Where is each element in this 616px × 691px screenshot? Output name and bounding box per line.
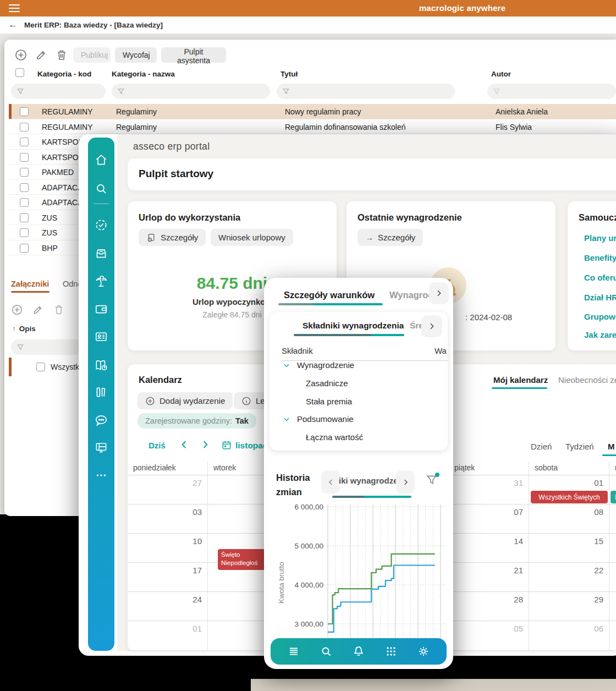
calendar-cell[interactable]: 06 [529, 621, 609, 651]
calendar-cell[interactable]: 21 [449, 563, 529, 592]
column-header-tytul[interactable]: Tytuł [280, 70, 298, 78]
calendar-cell[interactable]: 31 [449, 475, 529, 504]
search-icon[interactable] [320, 645, 333, 658]
calendar-cell[interactable]: 24 [128, 592, 208, 621]
delete-icon[interactable] [53, 304, 65, 316]
publish-button[interactable]: Publikuj [73, 47, 111, 63]
row-checkbox[interactable] [20, 107, 29, 116]
hamburger-menu-icon[interactable] [9, 4, 20, 12]
calendar-cell[interactable]: 01 [128, 621, 208, 651]
vacation-request-button[interactable]: Wniosek urlopowy [211, 229, 293, 246]
tab-salary[interactable]: Wynagrod [389, 290, 433, 300]
home-icon[interactable] [94, 153, 108, 167]
next-tab-button[interactable] [421, 315, 442, 337]
withdraw-button[interactable]: Wycofaj [115, 47, 157, 63]
row-checkbox[interactable] [20, 198, 29, 207]
calendar-cell[interactable]: 17 [128, 563, 208, 592]
calendar-cell[interactable] [609, 534, 616, 563]
tab-salary-components[interactable]: Składniki wynagrodzenia [302, 321, 404, 331]
library-icon[interactable] [94, 385, 108, 399]
assistant-dashboard-button[interactable]: Pulpit asystenta [161, 47, 226, 63]
prev-month-icon[interactable] [178, 438, 190, 451]
view-month[interactable]: M [608, 442, 615, 451]
chevron-down-icon[interactable] [283, 415, 290, 423]
filter-input-nazwa[interactable] [112, 84, 270, 99]
row-checkbox[interactable] [20, 138, 29, 146]
table-row[interactable]: REGULAMINYRegulaminyRegulamin dofinansow… [9, 119, 616, 135]
row-checkbox[interactable] [20, 244, 29, 253]
calendar-cell[interactable] [609, 592, 616, 621]
tree-row[interactable]: Stała premia [306, 397, 352, 406]
calendar-cell[interactable]: 08 [529, 504, 609, 534]
row-checkbox[interactable] [20, 153, 29, 162]
chevron-down-icon[interactable] [283, 361, 290, 369]
calendar-cell[interactable]: 03 [128, 504, 208, 534]
tree-row-group[interactable]: Wynagrodzenie [297, 360, 354, 370]
add-icon[interactable] [14, 48, 28, 62]
vacation-palm-icon[interactable] [94, 274, 108, 288]
column-header-kod[interactable]: Kategoria - kod [37, 70, 91, 78]
settings-icon[interactable] [417, 645, 430, 658]
tab-my-calendar[interactable]: Mój kalendarz [493, 375, 548, 385]
salary-details-button[interactable]: → Szczegóły [358, 229, 423, 246]
tutorial-link[interactable]: Jak zareje [584, 330, 616, 339]
tutorial-link[interactable]: Grupowe [584, 312, 616, 321]
next-tab-button[interactable] [429, 282, 449, 304]
calendar-cell[interactable]: 15 [529, 534, 609, 563]
tasks-icon[interactable] [94, 218, 108, 232]
more-icon[interactable] [94, 468, 108, 482]
attachments-filter-input[interactable] [11, 339, 82, 355]
chart-tab-label[interactable]: iki wynagrodzeni [339, 476, 405, 485]
carousel-prev-button[interactable] [321, 470, 340, 493]
row-checkbox[interactable] [36, 363, 45, 371]
tab-attachments[interactable]: Załączniki [11, 279, 49, 288]
row-checkbox[interactable] [20, 168, 29, 177]
current-month-label[interactable]: listopad [235, 441, 268, 451]
row-checkbox[interactable] [20, 213, 29, 222]
add-event-button[interactable]: Dodaj wydarzenie [138, 392, 233, 409]
column-header-nazwa[interactable]: Kategoria - nazwa [112, 70, 175, 78]
notifications-icon[interactable] [352, 645, 365, 658]
chat-icon[interactable] [94, 413, 108, 427]
calendar-cell[interactable]: 29 [529, 592, 609, 621]
tutorial-link[interactable]: Benefity [584, 253, 616, 262]
event-badge[interactable]: R [610, 491, 616, 503]
wallet-icon[interactable] [94, 301, 108, 316]
calendar-cell[interactable] [609, 563, 616, 592]
tree-row-group[interactable]: Podsumowanie [297, 414, 354, 424]
event-badge[interactable]: Wszystkich Świętych [531, 491, 608, 503]
attachments-sort-header[interactable]: ↑Opis [12, 325, 36, 333]
calendar-cell[interactable] [609, 621, 616, 651]
column-header-autor[interactable]: Autor [491, 70, 511, 78]
menu-icon[interactable] [287, 645, 300, 658]
row-checkbox[interactable] [20, 123, 29, 131]
event-badge[interactable]: Święto Niepodległoś [218, 549, 266, 570]
table-row[interactable]: REGULAMINYRegulaminyNowy regulamin pracy… [9, 104, 616, 119]
tutorial-link[interactable]: Co oferuj [584, 273, 616, 282]
employee-card-icon[interactable] [94, 330, 108, 344]
tab-team-absences[interactable]: Nieobecności zes [558, 375, 616, 385]
calendar-cell[interactable] [609, 504, 616, 534]
tutorial-link[interactable]: Plany url [584, 233, 616, 243]
handbook-icon[interactable] [94, 358, 108, 372]
filter-input-autor[interactable] [487, 84, 616, 99]
delete-icon[interactable] [55, 48, 68, 62]
view-day[interactable]: Dzień [531, 442, 552, 451]
tree-row[interactable]: Łączna wartość [306, 432, 363, 442]
row-checkbox[interactable] [20, 228, 29, 237]
carousel-next-button[interactable] [396, 470, 415, 493]
calendar-cell[interactable]: 05 [449, 621, 529, 651]
today-button[interactable]: Dziś [148, 441, 166, 450]
calendar-cell[interactable]: 14 [449, 534, 529, 563]
chart-filter-icon[interactable] [426, 474, 439, 487]
calendar-cell[interactable]: 28 [449, 592, 529, 621]
filter-input-kod[interactable] [11, 84, 106, 99]
calendar-cell[interactable]: 27 [128, 475, 208, 504]
edit-icon[interactable] [32, 304, 44, 316]
tree-row[interactable]: Zasadnicze [306, 379, 348, 388]
inbox-icon[interactable] [94, 246, 108, 260]
kiosk-icon[interactable] [94, 440, 108, 454]
tab-terms-details[interactable]: Szczegóły warunków [284, 290, 375, 300]
filter-input-tytul[interactable] [277, 84, 455, 99]
row-checkbox[interactable] [20, 183, 29, 192]
